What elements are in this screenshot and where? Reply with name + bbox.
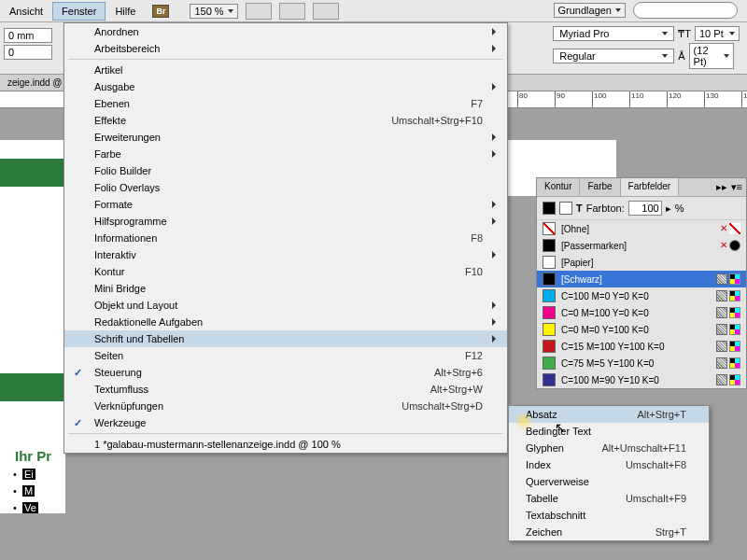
submenu-tabelle[interactable]: TabelleUmschalt+F9 <box>509 490 709 507</box>
submenu-arrow-icon <box>492 251 496 259</box>
submenu-arrow-icon <box>492 217 496 225</box>
leading-select[interactable]: (12 Pt) <box>689 43 734 69</box>
menu-anordnen[interactable]: Anordnen <box>64 23 507 40</box>
menu-erweiterungen[interactable]: Erweiterungen <box>64 129 507 146</box>
swatch-color-icon <box>543 239 556 252</box>
tab-farbe[interactable]: Farbe <box>580 178 620 196</box>
swatch-row[interactable]: [Papier] <box>537 254 746 271</box>
swatch-color-icon <box>543 289 556 302</box>
chevron-down-icon <box>615 8 621 12</box>
swatch-row[interactable]: [Schwarz] <box>537 271 746 287</box>
cmyk-icon <box>729 341 740 352</box>
menu-hilfe[interactable]: Hilfe <box>106 2 145 21</box>
swatch-row[interactable]: C=75 M=5 Y=100 K=0 <box>537 355 746 371</box>
submenu-glyphen[interactable]: GlyphenAlt+Umschalt+F11 <box>509 440 709 456</box>
workspace-select[interactable]: Grundlagen <box>554 3 627 18</box>
swatch-row[interactable]: [Ohne]✕ <box>537 220 746 237</box>
panel-menu-icon[interactable]: ▾≡ <box>731 181 742 193</box>
process-icon <box>716 357 727 369</box>
swatch-row[interactable]: C=100 M=90 Y=10 K=0 <box>537 371 746 388</box>
swatch-color-icon <box>543 357 556 370</box>
menu-kontur[interactable]: KonturF10 <box>64 263 507 280</box>
menu-informationen[interactable]: InformationenF8 <box>64 230 507 246</box>
bridge-icon[interactable]: Br <box>152 5 169 18</box>
doc-heading: Ihr Pr <box>15 448 51 464</box>
chevron-down-icon <box>662 32 668 35</box>
submenu-querverweise[interactable]: Querverweise <box>509 473 709 490</box>
submenu-bedingter-text[interactable]: Bedingter Text <box>509 423 709 440</box>
menu-effekte[interactable]: EffekteUmschalt+Strg+F10 <box>64 112 507 129</box>
font-family-select[interactable]: Myriad Pro <box>553 26 674 41</box>
menu-formate[interactable]: Formate <box>64 196 507 213</box>
swatch-color-icon <box>543 340 556 353</box>
swatches-panel: Kontur Farbe Farbfelder ▸▸▾≡ T Farbton: … <box>536 177 747 389</box>
check-icon: ✓ <box>74 367 82 379</box>
submenu-textabschnitt[interactable]: Textabschnitt <box>509 507 709 524</box>
menu-redaktionell[interactable]: Redaktionelle Aufgaben <box>64 314 507 330</box>
swatch-row[interactable]: C=15 M=100 Y=100 K=0 <box>537 338 746 355</box>
tab-kontur[interactable]: Kontur <box>537 178 580 196</box>
swatch-name: C=0 M=0 Y=100 K=0 <box>561 325 711 335</box>
view-mode-btn-1[interactable] <box>246 3 272 20</box>
swatch-name: C=100 M=90 Y=10 K=0 <box>561 375 711 385</box>
x-field[interactable]: 0 mm <box>4 28 52 43</box>
menu-objekt-layout[interactable]: Objekt und Layout <box>64 297 507 314</box>
submenu-arrow-icon <box>492 335 496 343</box>
y-field[interactable]: 0 <box>4 45 52 60</box>
submenu-zeichen[interactable]: ZeichenStrg+T <box>509 524 709 540</box>
menu-schrift-tabellen[interactable]: Schrift und Tabellen <box>64 330 507 347</box>
menu-ebenen[interactable]: EbenenF7 <box>64 95 507 112</box>
swatch-name: C=100 M=0 Y=0 K=0 <box>561 291 711 301</box>
leading-icon: Å <box>678 50 684 62</box>
view-mode-btn-2[interactable] <box>279 3 305 20</box>
swatch-row[interactable]: C=0 M=0 Y=100 K=0 <box>537 321 746 338</box>
collapse-icon[interactable]: ▸▸ <box>716 181 727 193</box>
menu-folio-builder[interactable]: Folio Builder <box>64 162 507 179</box>
menu-artikel[interactable]: Artikel <box>64 62 507 78</box>
menu-ansicht[interactable]: Ansicht <box>0 2 52 21</box>
fill-stroke-proxy[interactable] <box>543 202 556 215</box>
swatch-color-icon <box>543 373 556 386</box>
tint-field[interactable]: 100 <box>628 201 662 216</box>
cmyk-icon <box>729 357 740 369</box>
menu-steuerung[interactable]: ✓SteuerungAlt+Strg+6 <box>64 364 507 381</box>
cmyk-icon <box>729 324 740 335</box>
menu-hilfsprogramme[interactable]: Hilfsprogramme <box>64 213 507 230</box>
menu-verknuepfungen[interactable]: VerknüpfungenUmschalt+Strg+D <box>64 398 507 414</box>
process-icon <box>716 341 727 352</box>
zoom-select[interactable]: 150 % <box>190 4 237 19</box>
swatch-color-icon <box>543 306 556 319</box>
font-size-select[interactable]: 10 Pt <box>695 26 740 41</box>
swatch-color-icon <box>543 256 556 269</box>
tint-label: Farbton: <box>586 203 625 214</box>
search-input[interactable] <box>633 2 738 19</box>
tint-arrow-icon[interactable]: ▸ <box>666 203 671 215</box>
menu-seiten[interactable]: SeitenF12 <box>64 347 507 364</box>
menu-open-doc-1[interactable]: 1 *galabau-mustermann-stellenanzeige.ind… <box>64 436 507 453</box>
menu-werkzeuge[interactable]: ✓Werkzeuge <box>64 414 507 431</box>
menu-mini-bridge[interactable]: Mini Bridge <box>64 280 507 297</box>
menu-fenster[interactable]: Fenster <box>52 2 106 21</box>
submenu-index[interactable]: IndexUmschalt+F8 <box>509 456 709 473</box>
swatch-name: [Passermarken] <box>561 241 714 251</box>
swatch-color-icon <box>543 323 556 336</box>
swap-icon[interactable] <box>559 202 572 215</box>
menu-folio-overlays[interactable]: Folio Overlays <box>64 179 507 196</box>
locked-icon: ✕ <box>720 223 727 234</box>
none-icon <box>729 223 740 234</box>
text-fill-icon[interactable]: T <box>576 203 583 214</box>
swatch-row[interactable]: C=100 M=0 Y=0 K=0 <box>537 287 746 304</box>
menu-arbeitsbereich[interactable]: Arbeitsbereich <box>64 40 507 57</box>
menu-farbe[interactable]: Farbe <box>64 146 507 162</box>
menu-ausgabe[interactable]: Ausgabe <box>64 78 507 95</box>
chevron-down-icon <box>724 54 729 58</box>
menu-textumfluss[interactable]: TextumflussAlt+Strg+W <box>64 381 507 398</box>
font-style-select[interactable]: Regular <box>553 49 674 63</box>
swatch-name: [Ohne] <box>561 224 714 234</box>
swatch-row[interactable]: C=0 M=100 Y=0 K=0 <box>537 304 746 321</box>
menu-interaktiv[interactable]: Interaktiv <box>64 246 507 263</box>
submenu-absatz[interactable]: AbsatzAlt+Strg+T <box>509 406 709 423</box>
swatch-row[interactable]: [Passermarken]✕ <box>537 237 746 254</box>
tab-farbfelder[interactable]: Farbfelder <box>621 178 680 196</box>
view-mode-btn-3[interactable] <box>313 3 339 20</box>
